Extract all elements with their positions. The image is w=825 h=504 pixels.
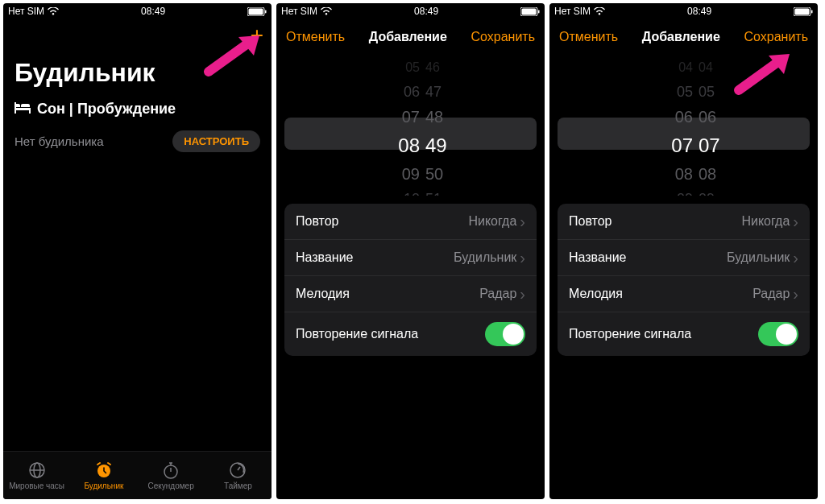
- battery-icon: [247, 7, 267, 16]
- setting-value: Никогда: [741, 214, 790, 229]
- tab-label: Секундомер: [148, 481, 194, 490]
- status-bar: Нет SIM 08:49: [3, 3, 272, 19]
- svg-rect-17: [794, 8, 809, 14]
- setting-label: Повторение сигнала: [296, 327, 418, 341]
- status-time: 08:49: [414, 6, 438, 17]
- setting-snooze: Повторение сигнала: [558, 312, 810, 356]
- save-button[interactable]: Сохранить: [744, 30, 808, 44]
- sleep-section-label: Сон | Пробуждение: [37, 101, 176, 118]
- svg-rect-2: [265, 10, 267, 13]
- chevron-right-icon: ›: [793, 250, 798, 266]
- picker-hours[interactable]: 04 05 06 07 08 09 10: [645, 55, 693, 196]
- alarm-settings: Повтор Никогда› Название Будильник› Мело…: [558, 204, 810, 356]
- setting-label: Мелодия: [296, 287, 350, 301]
- setting-value: Радар: [752, 287, 790, 301]
- tab-timer[interactable]: Таймер: [205, 452, 272, 499]
- setting-repeat[interactable]: Повтор Никогда›: [558, 204, 810, 240]
- picker-hours[interactable]: 05 06 07 08 09 10 11: [371, 55, 420, 196]
- setting-label: Повторение сигнала: [569, 327, 691, 341]
- svg-line-12: [238, 467, 240, 470]
- setting-snooze: Повторение сигнала: [284, 312, 537, 356]
- setting-value: Будильник: [727, 250, 790, 265]
- setting-value: Никогда: [468, 214, 516, 229]
- tab-stopwatch[interactable]: Секундомер: [138, 452, 205, 499]
- bed-icon: [15, 101, 31, 118]
- status-bar: Нет SIM 08:49: [549, 3, 818, 19]
- picker-minutes[interactable]: 46 47 48 49 50 51 52: [425, 55, 474, 196]
- tab-world-clock[interactable]: Мировые часы: [3, 452, 70, 499]
- carrier-text: Нет SIM: [554, 6, 591, 17]
- chevron-right-icon: ›: [520, 286, 525, 302]
- setting-label: Мелодия: [569, 287, 623, 301]
- battery-icon: [520, 7, 540, 16]
- setting-label: Повтор: [296, 214, 339, 229]
- chevron-right-icon: ›: [793, 286, 798, 302]
- setting-label: Название: [296, 250, 354, 265]
- snooze-toggle[interactable]: [485, 322, 525, 346]
- tab-label: Будильник: [84, 481, 123, 490]
- picker-hour-selected: 07: [645, 130, 693, 162]
- modal-title: Добавление: [642, 30, 720, 44]
- wifi-icon: [594, 7, 605, 15]
- carrier-text: Нет SIM: [8, 6, 44, 17]
- picker-minute-selected: 49: [425, 130, 474, 162]
- setting-value: Будильник: [454, 250, 516, 265]
- time-picker[interactable]: 05 06 07 08 09 10 11 46 47 48 49 50 51 5…: [276, 55, 545, 196]
- snooze-toggle[interactable]: [758, 322, 798, 346]
- chevron-right-icon: ›: [520, 250, 525, 266]
- annotation-arrow: [201, 31, 265, 80]
- setting-sound[interactable]: Мелодия Радар›: [558, 276, 810, 312]
- no-alarm-row: Нет будильника НАСТРОИТЬ: [3, 121, 272, 162]
- setting-label: Название: [569, 250, 627, 265]
- tab-label: Мировые часы: [9, 481, 64, 490]
- setting-sound[interactable]: Мелодия Радар›: [284, 276, 537, 312]
- annotation-arrow: [731, 50, 795, 98]
- wifi-icon: [321, 7, 332, 15]
- setting-value: Радар: [479, 287, 516, 301]
- tab-bar: Мировые часы Будильник Секундомер Таймер: [3, 451, 272, 499]
- setting-name[interactable]: Название Будильник›: [284, 240, 537, 276]
- screen-add-alarm-a: Нет SIM 08:49 Отменить Добавление Сохран…: [276, 3, 545, 499]
- screen-add-alarm-b: Нет SIM 08:49 Отменить Добавление Сохран…: [549, 3, 818, 499]
- chevron-right-icon: ›: [520, 213, 525, 229]
- battery-icon: [794, 7, 813, 16]
- save-button[interactable]: Сохранить: [471, 30, 535, 44]
- status-time: 08:49: [687, 6, 711, 17]
- modal-title: Добавление: [369, 30, 447, 44]
- screen-alarm-list: Нет SIM 08:49 + Будильник Сон | Пробужде…: [3, 3, 272, 499]
- tab-alarm[interactable]: Будильник: [70, 452, 137, 499]
- svg-rect-14: [521, 8, 536, 14]
- wifi-icon: [48, 7, 59, 15]
- carrier-text: Нет SIM: [281, 6, 317, 17]
- status-bar: Нет SIM 08:49: [276, 3, 545, 19]
- cancel-button[interactable]: Отменить: [286, 30, 345, 44]
- setting-label: Повтор: [569, 214, 612, 229]
- svg-rect-1: [248, 8, 263, 14]
- tab-label: Таймер: [224, 481, 252, 490]
- picker-minute-selected: 07: [699, 130, 747, 162]
- setting-name[interactable]: Название Будильник›: [558, 240, 810, 276]
- picker-hour-selected: 08: [371, 130, 420, 162]
- alarm-settings: Повтор Никогда› Название Будильник› Мело…: [284, 204, 537, 356]
- modal-nav: Отменить Добавление Сохранить: [276, 19, 545, 55]
- svg-rect-15: [538, 10, 540, 13]
- status-time: 08:49: [141, 6, 165, 17]
- chevron-right-icon: ›: [793, 213, 798, 229]
- svg-rect-18: [811, 10, 813, 13]
- configure-button[interactable]: НАСТРОИТЬ: [172, 130, 260, 152]
- setting-repeat[interactable]: Повтор Никогда›: [284, 204, 537, 240]
- no-alarm-text: Нет будильника: [15, 134, 104, 148]
- cancel-button[interactable]: Отменить: [559, 30, 618, 44]
- sleep-section-header: Сон | Пробуждение: [3, 93, 272, 121]
